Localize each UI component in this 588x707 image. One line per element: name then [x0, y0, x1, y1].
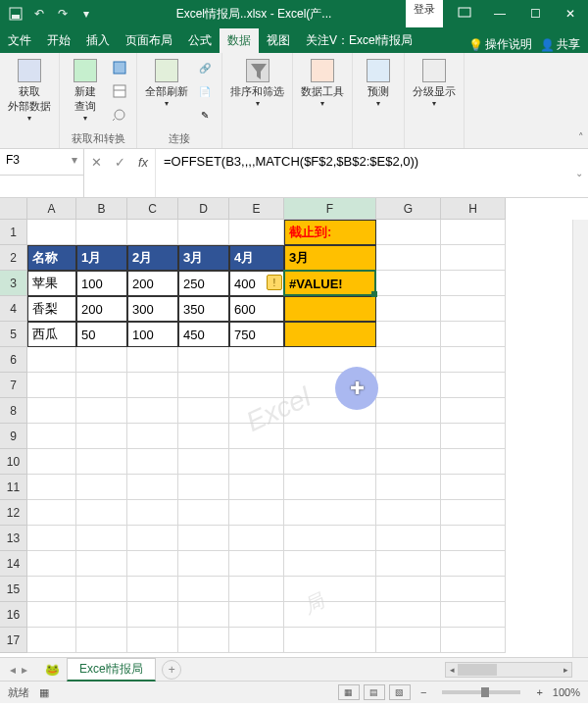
cell[interactable]: 2月 [127, 245, 178, 271]
cell[interactable] [441, 551, 506, 577]
formula-input[interactable]: =OFFSET(B3,,,,MATCH($F$2,$B$2:$E$2,0)) [156, 149, 570, 197]
tab-formulas[interactable]: 公式 [180, 28, 220, 53]
properties-icon[interactable]: 📄 [194, 80, 216, 102]
row-header[interactable]: 2 [0, 245, 27, 271]
cell[interactable] [27, 220, 76, 245]
cell[interactable] [178, 602, 229, 628]
cell[interactable] [441, 271, 506, 296]
cell[interactable] [229, 577, 284, 602]
outline-button[interactable]: 分级显示▾ [411, 57, 458, 110]
cell[interactable] [376, 551, 441, 577]
sheet-tab[interactable]: Excel情报局 [67, 658, 156, 682]
cell[interactable] [27, 475, 76, 500]
recent-sources-icon[interactable] [109, 104, 130, 126]
cell[interactable] [127, 551, 178, 577]
cell[interactable] [284, 296, 376, 322]
vertical-scrollbar[interactable] [572, 220, 588, 657]
ribbon-options-icon[interactable] [447, 0, 482, 27]
row-header[interactable]: 6 [0, 347, 27, 373]
cell[interactable] [376, 475, 441, 500]
cell[interactable] [284, 602, 376, 628]
cell[interactable] [76, 373, 127, 398]
cell[interactable] [229, 628, 284, 653]
column-header[interactable]: H [441, 198, 506, 220]
column-header[interactable]: B [76, 198, 127, 220]
cell[interactable] [27, 424, 76, 449]
cell[interactable] [27, 449, 76, 475]
undo-icon[interactable]: ↶ [29, 4, 49, 24]
cell[interactable]: 西瓜 [27, 322, 76, 347]
cell[interactable] [376, 602, 441, 628]
cell[interactable] [441, 628, 506, 653]
cell[interactable] [284, 577, 376, 602]
cell[interactable] [229, 602, 284, 628]
cell[interactable] [441, 245, 506, 271]
cell[interactable] [127, 526, 178, 551]
cell[interactable] [441, 398, 506, 424]
name-box[interactable]: F3▾ [0, 149, 84, 175]
cell[interactable] [76, 424, 127, 449]
cell[interactable] [441, 475, 506, 500]
cell[interactable]: 300 [127, 296, 178, 322]
cell[interactable] [178, 449, 229, 475]
cell[interactable] [178, 577, 229, 602]
cancel-formula-icon[interactable]: ✕ [84, 150, 108, 174]
row-header[interactable]: 14 [0, 551, 27, 577]
cell[interactable] [441, 373, 506, 398]
column-header[interactable]: C [127, 198, 178, 220]
cell[interactable] [376, 449, 441, 475]
zoom-out-icon[interactable]: − [420, 686, 426, 698]
row-header[interactable]: 8 [0, 398, 27, 424]
cell[interactable] [178, 628, 229, 653]
cell[interactable] [376, 398, 441, 424]
tab-custom[interactable]: 关注V：Excel情报局 [298, 28, 420, 53]
tab-file[interactable]: 文件 [0, 28, 39, 53]
sort-filter-button[interactable]: 排序和筛选▾ [228, 57, 286, 110]
data-tools-button[interactable]: 数据工具▾ [299, 57, 346, 110]
add-sheet-button[interactable]: + [162, 660, 181, 680]
page-layout-view-icon[interactable]: ▤ [364, 684, 385, 700]
forecast-button[interactable]: 预测▾ [359, 57, 398, 110]
cell[interactable] [284, 322, 376, 347]
show-queries-icon[interactable] [109, 57, 130, 78]
cell[interactable] [27, 500, 76, 526]
cell[interactable] [229, 526, 284, 551]
cell[interactable] [229, 500, 284, 526]
cell[interactable] [376, 347, 441, 373]
cell[interactable] [127, 373, 178, 398]
row-header[interactable]: 17 [0, 628, 27, 653]
cell[interactable] [27, 577, 76, 602]
cell[interactable] [376, 373, 441, 398]
cell[interactable] [284, 475, 376, 500]
cell[interactable] [178, 500, 229, 526]
cell[interactable] [76, 398, 127, 424]
cell[interactable]: 750 [229, 322, 284, 347]
cell[interactable] [76, 602, 127, 628]
cell[interactable]: 200 [127, 271, 178, 296]
cell[interactable] [127, 628, 178, 653]
sheet-nav-prev-icon[interactable]: ◂ [10, 663, 16, 677]
row-header[interactable]: 9 [0, 424, 27, 449]
expand-formula-icon[interactable]: ⌄ [570, 149, 588, 197]
row-header[interactable]: 7 [0, 373, 27, 398]
connections-icon[interactable]: 🔗 [194, 57, 216, 78]
cell[interactable] [229, 551, 284, 577]
cell[interactable] [229, 220, 284, 245]
cell[interactable]: 1月 [76, 245, 127, 271]
error-indicator-icon[interactable]: ! [267, 275, 282, 290]
cell[interactable] [229, 347, 284, 373]
cell[interactable] [441, 602, 506, 628]
cell[interactable] [27, 602, 76, 628]
cell[interactable] [27, 526, 76, 551]
tell-me-button[interactable]: 💡 操作说明 [468, 36, 532, 53]
cell[interactable] [376, 526, 441, 551]
row-header[interactable]: 12 [0, 500, 27, 526]
cell[interactable] [284, 449, 376, 475]
cell[interactable] [127, 449, 178, 475]
row-header[interactable]: 13 [0, 526, 27, 551]
spreadsheet[interactable]: ABCDEFGH 1234567891011121314151617 截止到:名… [0, 198, 588, 657]
cell[interactable]: 450 [178, 322, 229, 347]
column-header[interactable]: A [27, 198, 76, 220]
cell[interactable] [441, 220, 506, 245]
cell[interactable] [76, 628, 127, 653]
